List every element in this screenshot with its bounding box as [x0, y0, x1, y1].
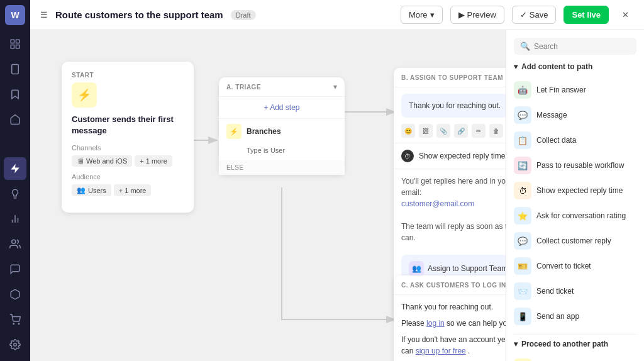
sidebar-item-pass-workflow[interactable]: 🔄 Pass to reusable workflow — [514, 153, 636, 178]
sidebar-icon-device[interactable] — [4, 58, 26, 81]
sidebar-item-send-app[interactable]: 📱 Send an app — [514, 304, 636, 329]
sidebar-icon-chart[interactable] — [4, 208, 26, 230]
reply-time-icon: ⏱ — [401, 150, 414, 162]
message-icon: 💬 — [514, 106, 531, 124]
ask-label: C. ASK CUSTOMERS TO LOG IN — [401, 282, 506, 289]
sidebar-item-convert-ticket[interactable]: 🎫 Convert to ticket — [514, 253, 636, 279]
save-button[interactable]: ✓ Save — [512, 6, 557, 24]
add-content-section[interactable]: ▾ Add content to path — [514, 62, 636, 71]
branch-icon: ⚡ — [226, 124, 242, 139]
channel-tags: 🖥 Web and iOS + 1 more — [72, 155, 184, 167]
search-icon: 🔍 — [520, 42, 530, 51]
reply-buttons-icon: ↩ — [514, 358, 531, 361]
sidebar-item-show-reply[interactable]: ⏱ Show expected reply time — [514, 178, 636, 203]
signup-link[interactable]: sign up for free — [416, 347, 466, 355]
trigger-card: START ⚡ Customer sends their first messa… — [62, 62, 194, 213]
start-label: START — [72, 72, 184, 79]
audience-tag-more[interactable]: + 1 more — [114, 184, 152, 196]
section-divider — [514, 334, 636, 335]
right-sidebar: 🔍 ▾ Add content to path 🤖 Let Fin answer… — [506, 30, 644, 361]
svg-rect-2 — [11, 45, 14, 48]
sidebar-icon-chat[interactable] — [4, 258, 26, 280]
support-label: B. ASSIGN TO SUPPORT TEAM — [401, 74, 503, 81]
add-content-chevron: ▾ — [514, 62, 518, 71]
svg-rect-0 — [11, 40, 14, 43]
triage-block: A. TRIAGE ▾ + Add step ⚡ Branches Type i… — [219, 77, 345, 175]
page-title: Route customers to the support team — [55, 9, 223, 20]
sidebar-icon-settings[interactable] — [4, 333, 26, 356]
svg-rect-1 — [16, 40, 19, 43]
else-label: ELSE — [219, 160, 345, 175]
main-area: ☰ Route customers to the support team Dr… — [30, 0, 644, 361]
msg-action-edit[interactable]: ✏ — [472, 124, 486, 138]
svg-rect-4 — [12, 65, 19, 74]
support-header: B. ASSIGN TO SUPPORT TEAM ▾ — [394, 68, 506, 87]
show-reply-time[interactable]: ⏱ Show expected reply time — [394, 143, 506, 169]
left-sidebar: W — [0, 0, 30, 361]
support-message: Thank you for reaching out. — [401, 94, 506, 118]
sidebar-icon-users[interactable] — [4, 233, 26, 255]
topbar-menu-icon[interactable]: ☰ — [40, 10, 48, 19]
assign-icon: 👥 — [409, 261, 424, 276]
triage-add-step[interactable]: + Add step — [219, 97, 345, 119]
sidebar-item-rating[interactable]: ⭐ Ask for conversation rating — [514, 203, 636, 228]
sidebar-item-collect-reply[interactable]: 💬 Collect customer reply — [514, 228, 636, 253]
audience-tag-1[interactable]: 👥 Users — [72, 184, 111, 196]
msg-action-link[interactable]: 🔗 — [454, 124, 468, 138]
sidebar-icon-bookmark[interactable] — [4, 83, 26, 106]
sidebar-icon-bolt[interactable] — [4, 157, 26, 180]
sidebar-icon-cart[interactable] — [4, 308, 26, 331]
sidebar-item-collect-data[interactable]: 📋 Collect data — [514, 128, 636, 153]
svg-rect-3 — [16, 45, 19, 48]
sidebar-icon-package[interactable] — [4, 283, 26, 306]
channel-tag-1[interactable]: 🖥 Web and iOS — [72, 155, 132, 167]
workflow-canvas: START ⚡ Customer sends their first messa… — [30, 30, 506, 361]
show-reply-icon-item: ⏱ — [514, 182, 531, 199]
proceed-section[interactable]: ▾ Proceed to another path — [514, 340, 636, 348]
msg-action-emoji[interactable]: 😊 — [401, 124, 415, 138]
msg-action-delete[interactable]: 🗑 — [489, 124, 503, 138]
search-box[interactable]: 🔍 — [514, 38, 636, 55]
sidebar-item-reply-buttons[interactable]: ↩ Reply buttons — [514, 355, 636, 361]
setlive-button[interactable]: Set live — [564, 6, 609, 24]
ask-msg-3: If you don't have an account yet, you ca… — [401, 334, 506, 357]
msg-action-attach[interactable]: 📎 — [436, 124, 450, 138]
more-button[interactable]: More ▾ — [401, 6, 443, 24]
convert-ticket-icon: 🎫 — [514, 257, 531, 275]
sidebar-item-message[interactable]: 💬 Message — [514, 103, 636, 128]
msg-action-image[interactable]: 🖼 — [419, 124, 433, 138]
sidebar-item-send-ticket[interactable]: 📨 Send ticket — [514, 279, 636, 304]
content-items-list: 🤖 Let Fin answer 💬 Message 📋 Collect dat… — [514, 77, 636, 329]
support-msg-actions: 😊 🖼 📎 🔗 ✏ 🗑 — [394, 124, 506, 143]
preview-button[interactable]: ▶ Preview — [450, 6, 504, 24]
sidebar-icon-menu[interactable] — [4, 33, 26, 55]
send-app-icon: 📱 — [514, 308, 531, 325]
proceed-chevron: ▾ — [514, 340, 518, 348]
app-logo[interactable]: W — [5, 5, 25, 25]
sidebar-item-let-fin[interactable]: 🤖 Let Fin answer — [514, 77, 636, 103]
svg-point-9 — [12, 240, 16, 243]
reply-info: You'll get replies here and in your emai… — [394, 169, 506, 250]
branch-item[interactable]: ⚡ Branches — [219, 119, 345, 144]
ask-msg-2: Please log in so we can help you. — [401, 318, 506, 329]
pass-workflow-icon: 🔄 — [514, 157, 531, 174]
branch-label: Branches — [247, 127, 281, 136]
status-badge: Draft — [231, 10, 256, 20]
audience-label: Audience — [72, 173, 184, 181]
triage-header: A. TRIAGE ▾ — [219, 77, 345, 97]
rating-icon: ⭐ — [514, 207, 531, 225]
channel-tag-more[interactable]: + 1 more — [135, 155, 172, 167]
login-link[interactable]: log in — [426, 319, 445, 328]
search-input[interactable] — [534, 42, 630, 51]
close-button[interactable]: ✕ — [616, 6, 634, 24]
ask-messages: Thank you for reaching out. Please log i… — [394, 295, 506, 361]
ask-block: C. ASK CUSTOMERS TO LOG IN ▾ Thank you f… — [394, 275, 506, 361]
let-fin-icon: 🤖 — [514, 81, 531, 99]
send-ticket-icon: 📨 — [514, 282, 531, 300]
sidebar-icon-bulb[interactable] — [4, 182, 26, 205]
branch-sub: Type is User — [219, 144, 345, 160]
trigger-title: Customer sends their first message — [72, 114, 184, 136]
sidebar-icon-home[interactable] — [4, 108, 26, 131]
ask-msg-1: Thank you for reaching out. — [401, 301, 506, 313]
reply-time-label: Show expected reply time — [419, 152, 505, 160]
